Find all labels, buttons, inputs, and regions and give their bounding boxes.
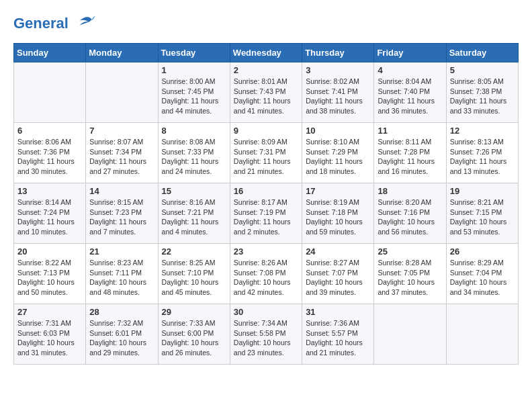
cell-daylight: Daylight: 11 hours and 44 minutes. <box>162 97 219 115</box>
cell-daylight: Daylight: 11 hours and 18 minutes. <box>306 157 363 175</box>
day-number: 13 <box>17 186 82 196</box>
cell-daylight: Daylight: 10 hours and 29 minutes. <box>89 338 146 357</box>
day-number: 8 <box>162 126 226 136</box>
cell-daylight: Daylight: 11 hours and 2 minutes. <box>234 218 291 236</box>
calendar-week-row: 20 Sunrise: 8:22 AM Sunset: 7:13 PM Dayl… <box>14 244 519 304</box>
cell-sunset: Sunset: 6:03 PM <box>17 329 70 337</box>
calendar-table: SundayMondayTuesdayWednesdayThursdayFrid… <box>13 43 519 365</box>
cell-sunset: Sunset: 7:18 PM <box>306 208 358 216</box>
cell-sunset: Sunset: 7:11 PM <box>89 269 142 277</box>
cell-sunset: Sunset: 7:05 PM <box>378 269 430 277</box>
day-number: 22 <box>162 246 226 257</box>
calendar-week-row: 13 Sunrise: 8:14 AM Sunset: 7:24 PM Dayl… <box>14 183 519 244</box>
cell-daylight: Daylight: 11 hours and 16 minutes. <box>378 157 435 175</box>
day-number: 21 <box>89 246 154 257</box>
cell-daylight: Daylight: 11 hours and 21 minutes. <box>234 157 291 175</box>
cell-sunset: Sunset: 7:21 PM <box>162 208 214 216</box>
day-number: 7 <box>89 126 154 136</box>
day-number: 12 <box>450 126 515 136</box>
logo: General <box>13 13 95 32</box>
calendar-cell: 8 Sunrise: 8:08 AM Sunset: 7:33 PM Dayli… <box>158 123 230 183</box>
cell-sunset: Sunset: 7:15 PM <box>450 208 502 216</box>
weekday-header-row: SundayMondayTuesdayWednesdayThursdayFrid… <box>14 44 519 62</box>
calendar-cell: 23 Sunrise: 8:26 AM Sunset: 7:08 PM Dayl… <box>230 244 302 304</box>
day-number: 17 <box>306 186 370 196</box>
cell-sunset: Sunset: 7:26 PM <box>450 148 502 156</box>
calendar-cell: 27 Sunrise: 7:31 AM Sunset: 6:03 PM Dayl… <box>14 304 86 365</box>
calendar-cell: 9 Sunrise: 8:09 AM Sunset: 7:31 PM Dayli… <box>230 123 302 183</box>
cell-sunrise: Sunrise: 7:31 AM <box>17 319 71 327</box>
cell-daylight: Daylight: 10 hours and 50 minutes. <box>17 278 75 296</box>
cell-daylight: Daylight: 11 hours and 41 minutes. <box>234 97 291 115</box>
cell-sunrise: Sunrise: 7:34 AM <box>234 319 287 327</box>
calendar-cell: 28 Sunrise: 7:32 AM Sunset: 6:01 PM Dayl… <box>86 304 158 365</box>
calendar-cell: 21 Sunrise: 8:23 AM Sunset: 7:11 PM Dayl… <box>86 244 158 304</box>
weekday-header: Saturday <box>446 44 518 62</box>
cell-sunset: Sunset: 7:40 PM <box>378 87 430 95</box>
calendar-cell: 25 Sunrise: 8:28 AM Sunset: 7:05 PM Dayl… <box>374 244 446 304</box>
calendar-cell: 3 Sunrise: 8:02 AM Sunset: 7:41 PM Dayli… <box>302 62 374 123</box>
cell-sunrise: Sunrise: 8:15 AM <box>89 198 143 206</box>
cell-daylight: Daylight: 11 hours and 24 minutes. <box>162 157 219 175</box>
weekday-header: Tuesday <box>158 44 230 62</box>
day-number: 14 <box>89 186 154 196</box>
day-number: 18 <box>378 186 442 196</box>
cell-sunrise: Sunrise: 8:23 AM <box>89 259 143 267</box>
calendar-cell: 15 Sunrise: 8:16 AM Sunset: 7:21 PM Dayl… <box>158 183 230 244</box>
cell-sunset: Sunset: 7:16 PM <box>378 208 430 216</box>
calendar-cell: 18 Sunrise: 8:20 AM Sunset: 7:16 PM Dayl… <box>374 183 446 244</box>
cell-sunrise: Sunrise: 8:25 AM <box>162 259 216 267</box>
cell-daylight: Daylight: 11 hours and 4 minutes. <box>162 218 219 236</box>
calendar-cell: 31 Sunrise: 7:36 AM Sunset: 5:57 PM Dayl… <box>302 304 374 365</box>
calendar-cell: 17 Sunrise: 8:19 AM Sunset: 7:18 PM Dayl… <box>302 183 374 244</box>
cell-sunset: Sunset: 7:43 PM <box>234 87 286 95</box>
cell-sunrise: Sunrise: 7:32 AM <box>89 319 143 327</box>
cell-daylight: Daylight: 10 hours and 23 minutes. <box>234 338 291 357</box>
page-header: General <box>13 13 519 32</box>
cell-sunrise: Sunrise: 7:36 AM <box>306 319 359 327</box>
cell-sunset: Sunset: 7:31 PM <box>234 148 286 156</box>
cell-sunset: Sunset: 7:10 PM <box>162 269 214 277</box>
calendar-cell: 16 Sunrise: 8:17 AM Sunset: 7:19 PM Dayl… <box>230 183 302 244</box>
calendar-cell: 2 Sunrise: 8:01 AM Sunset: 7:43 PM Dayli… <box>230 62 302 123</box>
cell-sunrise: Sunrise: 8:06 AM <box>17 138 71 146</box>
day-number: 29 <box>162 307 226 317</box>
cell-daylight: Daylight: 10 hours and 31 minutes. <box>17 338 75 357</box>
cell-sunrise: Sunrise: 8:04 AM <box>378 77 431 85</box>
cell-daylight: Daylight: 10 hours and 42 minutes. <box>234 278 291 296</box>
day-number: 6 <box>17 126 82 136</box>
cell-sunset: Sunset: 6:01 PM <box>89 329 142 337</box>
calendar-week-row: 27 Sunrise: 7:31 AM Sunset: 6:03 PM Dayl… <box>14 304 519 365</box>
cell-sunrise: Sunrise: 8:20 AM <box>378 198 431 206</box>
cell-sunrise: Sunrise: 8:02 AM <box>306 77 359 85</box>
cell-daylight: Daylight: 10 hours and 56 minutes. <box>378 218 435 236</box>
calendar-cell: 19 Sunrise: 8:21 AM Sunset: 7:15 PM Dayl… <box>446 183 518 244</box>
day-number: 24 <box>306 246 370 257</box>
day-number: 27 <box>17 307 82 317</box>
cell-sunset: Sunset: 6:00 PM <box>162 329 214 337</box>
day-number: 19 <box>450 186 515 196</box>
cell-sunrise: Sunrise: 8:00 AM <box>162 77 216 85</box>
cell-daylight: Daylight: 11 hours and 33 minutes. <box>450 97 507 115</box>
calendar-cell: 1 Sunrise: 8:00 AM Sunset: 7:45 PM Dayli… <box>158 62 230 123</box>
day-number: 1 <box>162 65 226 75</box>
cell-sunrise: Sunrise: 8:17 AM <box>234 198 287 206</box>
weekday-header: Thursday <box>302 44 374 62</box>
day-number: 16 <box>234 186 298 196</box>
cell-sunset: Sunset: 7:19 PM <box>234 208 286 216</box>
cell-sunset: Sunset: 7:23 PM <box>89 208 142 216</box>
calendar-cell <box>374 304 446 365</box>
calendar-cell: 5 Sunrise: 8:05 AM Sunset: 7:38 PM Dayli… <box>446 62 518 123</box>
cell-sunset: Sunset: 7:38 PM <box>450 87 502 95</box>
weekday-header: Sunday <box>14 44 86 62</box>
day-number: 3 <box>306 65 370 75</box>
calendar-cell: 24 Sunrise: 8:27 AM Sunset: 7:07 PM Dayl… <box>302 244 374 304</box>
cell-sunset: Sunset: 5:58 PM <box>234 329 286 337</box>
calendar-cell: 12 Sunrise: 8:13 AM Sunset: 7:26 PM Dayl… <box>446 123 518 183</box>
calendar-cell: 20 Sunrise: 8:22 AM Sunset: 7:13 PM Dayl… <box>14 244 86 304</box>
day-number: 10 <box>306 126 370 136</box>
calendar-cell: 14 Sunrise: 8:15 AM Sunset: 7:23 PM Dayl… <box>86 183 158 244</box>
cell-sunrise: Sunrise: 8:22 AM <box>17 259 71 267</box>
cell-daylight: Daylight: 10 hours and 37 minutes. <box>378 278 435 296</box>
cell-sunset: Sunset: 7:24 PM <box>17 208 70 216</box>
